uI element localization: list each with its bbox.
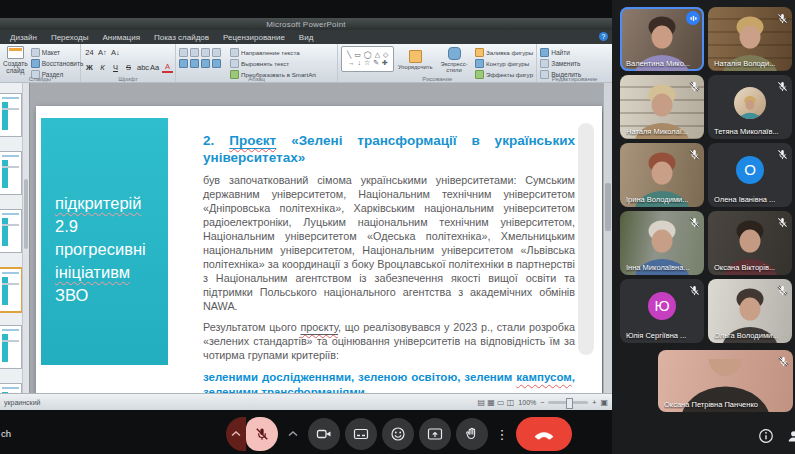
align-right-icon[interactable] bbox=[201, 59, 210, 68]
shape-glyph-9[interactable]: ✚ bbox=[382, 59, 388, 67]
font-style-button-2[interactable]: Ч bbox=[110, 63, 121, 72]
arrange-button[interactable]: Упорядочить bbox=[397, 46, 433, 74]
font-size-control-0[interactable]: 24 bbox=[84, 48, 95, 57]
font-style-button-5[interactable]: Аа bbox=[149, 63, 160, 72]
shape-glyph-8[interactable]: ✎ bbox=[373, 59, 379, 67]
mic-muted-icon bbox=[689, 146, 700, 157]
heading-number: 2. bbox=[203, 133, 214, 148]
reactions-button[interactable] bbox=[382, 418, 414, 450]
microphone-button[interactable] bbox=[226, 417, 278, 451]
leave-call-button[interactable] bbox=[516, 417, 572, 451]
camera-button[interactable] bbox=[308, 418, 340, 450]
ribbon-tab-3[interactable]: Показ слайдов bbox=[154, 33, 209, 42]
find-button[interactable]: Найти bbox=[540, 48, 581, 57]
participant-tile[interactable]: Тетяна Миколаїв... bbox=[708, 75, 792, 139]
participant-tile[interactable]: Оксана Вікторів... bbox=[708, 211, 792, 275]
shape-glyph-6[interactable]: ↓ bbox=[357, 59, 361, 67]
replace-button[interactable]: Заменить bbox=[540, 59, 581, 68]
ribbon-tab-0[interactable]: Дизайн bbox=[10, 33, 37, 42]
slide-scrollbar[interactable] bbox=[603, 83, 612, 394]
shape-glyph-3[interactable]: △ bbox=[375, 51, 380, 59]
participant-name: Оксана Петрівна Панченко bbox=[664, 400, 758, 409]
help-button[interactable]: ? bbox=[599, 32, 608, 41]
layout-label: Макет bbox=[42, 49, 60, 56]
thumbnails-scrollbar[interactable] bbox=[22, 83, 29, 394]
language-indicator[interactable]: украинский bbox=[4, 399, 41, 406]
participant-tile[interactable]: ЮЮлія Сергіївна ... bbox=[620, 279, 704, 343]
ribbon-tab-2[interactable]: Анимация bbox=[102, 33, 140, 42]
mic-muted-icon bbox=[689, 214, 700, 225]
replace-icon bbox=[540, 59, 549, 68]
reset-icon bbox=[31, 59, 40, 68]
more-options-button[interactable]: ⋮ bbox=[493, 427, 511, 442]
justify-icon[interactable] bbox=[212, 59, 221, 68]
participant-tile[interactable]: Оксана Петрівна Панченко bbox=[658, 350, 793, 412]
slide-thumbnail-5[interactable] bbox=[0, 325, 22, 369]
ribbon-tab-1[interactable]: Переходы bbox=[51, 33, 89, 42]
numbering-icon[interactable] bbox=[190, 48, 199, 57]
participant-tile[interactable]: Ольга Володими... bbox=[708, 279, 792, 343]
indent-decrease-icon[interactable] bbox=[201, 48, 210, 57]
participant-tile[interactable]: Інна Миколаївна... bbox=[620, 211, 704, 275]
slide-text-box[interactable]: 2. Проєкт «Зелені трансформації в україн… bbox=[203, 132, 575, 400]
meeting-details-button[interactable] bbox=[758, 428, 774, 444]
quick-styles-button[interactable]: Экспресс-стили bbox=[436, 46, 472, 74]
shapes-gallery[interactable]: ╲▭◯△◇→↓☆✎✚ bbox=[341, 46, 394, 72]
participant-tile[interactable]: Ірина Володими... bbox=[620, 143, 704, 207]
slide-thumbnail-2[interactable] bbox=[0, 151, 22, 195]
bullets-icon[interactable] bbox=[179, 48, 188, 57]
slide-thumbnail-1[interactable] bbox=[0, 93, 22, 137]
slide-canvas[interactable]: підкритерій2.9прогресивніініціативмЗВО 2… bbox=[36, 106, 602, 408]
zoom-slider[interactable] bbox=[548, 401, 588, 404]
font-style-button-1[interactable]: К bbox=[97, 63, 108, 72]
present-screen-button[interactable] bbox=[419, 418, 451, 450]
participant-name: Наталя Миколаї... bbox=[626, 127, 688, 136]
reset-label: Восстановить bbox=[42, 60, 84, 67]
slide-thumbnail-3[interactable] bbox=[0, 209, 22, 253]
align-text-button[interactable]: Выровнять текст bbox=[230, 59, 316, 68]
mic-muted-icon[interactable] bbox=[246, 417, 278, 451]
zoom-out-button[interactable]: − bbox=[540, 399, 544, 406]
layout-button[interactable]: Макет bbox=[31, 48, 84, 57]
thumb-accent bbox=[2, 218, 8, 246]
shape-glyph-7[interactable]: ☆ bbox=[364, 59, 370, 67]
captions-button[interactable] bbox=[345, 418, 377, 450]
indent-increase-icon[interactable] bbox=[212, 48, 221, 57]
font-size-control-2[interactable]: А↓ bbox=[110, 48, 121, 57]
shape-glyph-2[interactable]: ◯ bbox=[364, 51, 372, 59]
shape-glyph-1[interactable]: ▭ bbox=[354, 51, 361, 59]
align-center-icon[interactable] bbox=[190, 59, 199, 68]
camera-options-caret-icon[interactable] bbox=[283, 418, 303, 450]
mic-options-caret-icon[interactable] bbox=[226, 417, 246, 451]
slide-title-box[interactable]: підкритерій2.9прогресивніініціативмЗВО bbox=[41, 118, 168, 365]
view-buttons[interactable]: ▤ ▦ ▭ ◫ bbox=[477, 398, 514, 407]
raise-hand-button[interactable] bbox=[456, 418, 488, 450]
thumb-text-line bbox=[2, 340, 19, 342]
align-left-icon[interactable] bbox=[179, 59, 188, 68]
font-style-button-3[interactable]: S bbox=[123, 63, 134, 72]
participant-tile[interactable]: Наталя Миколаї... bbox=[620, 75, 704, 139]
shape-outline-button[interactable]: Контур фигуры bbox=[475, 59, 533, 68]
shape-glyph-4[interactable]: ◇ bbox=[383, 51, 388, 59]
align-text-icon bbox=[230, 59, 239, 68]
participant-tile[interactable]: Наталія Володи... bbox=[708, 7, 792, 71]
font-style-button-6[interactable]: А bbox=[162, 62, 173, 73]
shape-fill-button[interactable]: Заливка фигуры bbox=[475, 48, 533, 57]
participant-tile[interactable]: ООлена Іванівна ... bbox=[708, 143, 792, 207]
reset-button[interactable]: Восстановить bbox=[31, 59, 84, 68]
show-participants-button[interactable] bbox=[787, 429, 795, 443]
ribbon-tab-5[interactable]: Вид bbox=[299, 33, 313, 42]
shape-glyph-0[interactable]: ╲ bbox=[347, 51, 351, 59]
participant-tile[interactable]: Валентина Мико... bbox=[620, 7, 704, 71]
shape-glyph-5[interactable]: → bbox=[347, 59, 354, 67]
font-style-button-0[interactable]: Ж bbox=[84, 63, 95, 72]
new-slide-button[interactable]: Создать слайд bbox=[3, 46, 28, 74]
slide-thumbnail-4[interactable] bbox=[0, 267, 23, 313]
hl-misspelled-word: кампусом bbox=[516, 371, 572, 383]
fit-to-window-button[interactable]: ▣ bbox=[600, 398, 608, 407]
ribbon-tab-4[interactable]: Рецензирование bbox=[223, 33, 285, 42]
font-style-button-4[interactable]: abc bbox=[136, 63, 147, 72]
font-size-control-1[interactable]: А↑ bbox=[97, 48, 108, 57]
zoom-in-button[interactable]: + bbox=[592, 399, 596, 406]
text-direction-button[interactable]: Направление текста bbox=[230, 48, 316, 57]
